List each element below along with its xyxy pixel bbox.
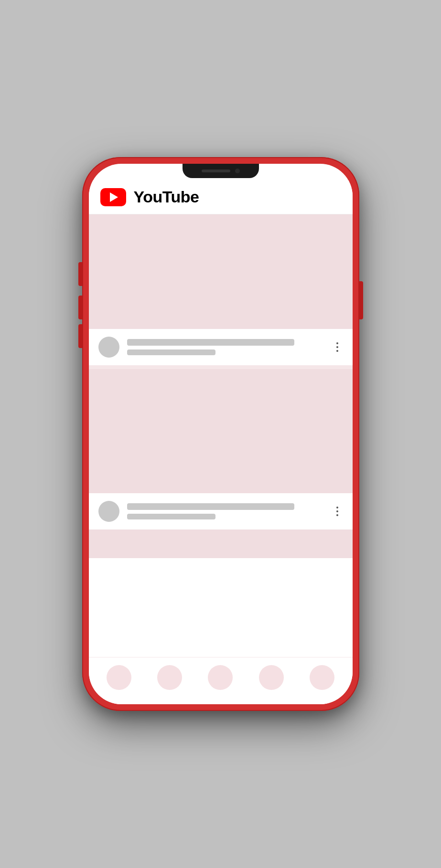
phone-frame: YouTube xyxy=(82,157,359,711)
video-thumbnail-2[interactable] xyxy=(89,369,353,493)
dot-2 xyxy=(336,346,338,348)
camera xyxy=(235,169,240,173)
dot-6 xyxy=(336,514,338,516)
dot-4 xyxy=(336,507,338,508)
nav-library-icon[interactable] xyxy=(310,665,334,690)
channel-avatar-2[interactable] xyxy=(98,501,119,522)
nav-add-icon[interactable] xyxy=(208,665,233,690)
phone-screen: YouTube xyxy=(89,164,353,704)
video-thumbnail-3-partial[interactable] xyxy=(89,529,353,558)
content-scroll-area[interactable] xyxy=(89,214,353,657)
video-text-1 xyxy=(127,339,324,355)
speaker xyxy=(202,169,230,172)
video-title-line1-2 xyxy=(127,503,294,510)
youtube-logo-icon xyxy=(100,188,126,206)
more-options-button-1[interactable] xyxy=(332,340,343,354)
nav-explore-icon[interactable] xyxy=(157,665,182,690)
bottom-navigation xyxy=(89,657,353,704)
video-thumbnail-1[interactable] xyxy=(89,214,353,329)
video-info-row-1 xyxy=(89,329,353,365)
video-title-line1-1 xyxy=(127,339,294,346)
app-header: YouTube xyxy=(89,180,353,214)
play-triangle-icon xyxy=(110,192,118,202)
dot-3 xyxy=(336,350,338,352)
nav-subscriptions-icon[interactable] xyxy=(259,665,284,690)
video-title-line2-1 xyxy=(127,349,215,355)
video-text-2 xyxy=(127,503,324,519)
dot-5 xyxy=(336,510,338,512)
app-title: YouTube xyxy=(134,188,199,206)
nav-home-icon[interactable] xyxy=(107,665,131,690)
channel-avatar-1[interactable] xyxy=(98,337,119,358)
screen-content: YouTube xyxy=(89,164,353,704)
dot-1 xyxy=(336,342,338,344)
divider-1 xyxy=(89,365,353,369)
more-options-button-2[interactable] xyxy=(332,505,343,518)
video-info-row-2 xyxy=(89,493,353,529)
notch xyxy=(183,164,259,178)
video-title-line2-2 xyxy=(127,514,215,519)
